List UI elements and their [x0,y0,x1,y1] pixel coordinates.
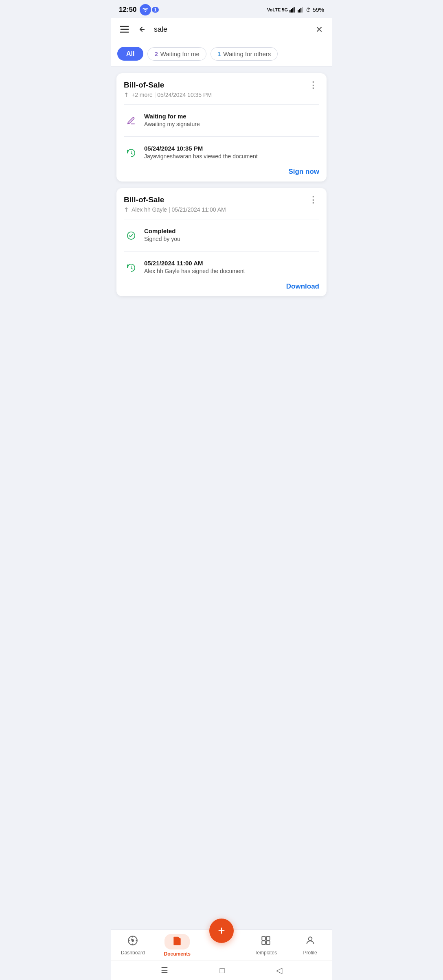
card-1-subtitle: ↗ +2 more | 05/24/2024 10:35 PM [124,91,319,98]
card-1-title: Bill-of-Sale [124,81,164,90]
document-card-2: Bill-of-Sale ⋮ ↗ Alex hh Gayle | 05/21/2… [116,188,327,296]
card-2-row-history-text: 05/21/2024 11:00 AM Alex hh Gayle has si… [144,260,245,274]
tab-waiting-for-others[interactable]: 1 Waiting for others [211,47,278,61]
check-circle-icon [124,228,138,243]
network-label: VoLTE 5G [267,7,288,12]
clock-icon-1 [124,146,138,160]
search-input[interactable] [154,25,308,34]
card-2-more-button[interactable]: ⋮ [307,195,319,204]
svg-rect-5 [299,9,300,13]
battery-icon: ⏱ [306,7,311,13]
menu-button[interactable] [118,24,130,35]
svg-rect-1 [291,9,292,13]
clock-icon-2 [124,260,138,275]
sign-now-button[interactable]: Sign now [288,168,319,176]
svg-rect-0 [289,10,291,13]
card-2-subtitle: ↗ Alex hh Gayle | 05/21/2024 11:00 AM [124,206,319,213]
card-1-row-waiting: Waiting for me Awaiting my signature [124,109,319,132]
download-button[interactable]: Download [286,282,319,291]
card-2-row-completed: Completed Signed by you [124,223,319,247]
arrow-icon: ↗ [122,90,131,99]
status-bar: 12:50 1 VoLTE 5G ⏱ 59% [111,0,332,18]
filter-tabs: All 2 Waiting for me 1 Waiting for other… [111,41,332,67]
card-1-row-history-text: 05/24/2024 10:35 PM Jayavigneshwaran has… [144,145,258,160]
svg-rect-6 [300,8,302,13]
card-1-more-button[interactable]: ⋮ [307,81,319,90]
documents-list: Bill-of-Sale ⋮ ↗ +2 more | 05/24/2024 10… [111,67,332,346]
signal-icon [289,7,296,13]
notification-count: 1 [152,7,158,13]
wifi-indicator [140,4,151,15]
battery-level: 59% [313,7,324,13]
arrow-icon-2: ↗ [122,205,131,214]
status-icons: VoLTE 5G ⏱ 59% [267,7,324,13]
card-2-row-completed-text: Completed Signed by you [144,228,180,242]
pen-icon [124,114,138,128]
signal-icon-2 [298,7,304,13]
tab-waiting-for-me[interactable]: 2 Waiting for me [147,47,206,61]
clear-search-button[interactable] [314,24,325,35]
back-button[interactable] [136,24,148,35]
card-2-title: Bill-of-Sale [124,195,164,204]
tab-all[interactable]: All [117,47,143,61]
svg-rect-4 [298,10,299,13]
card-1-row-history: 05/24/2024 10:35 PM Jayavigneshwaran has… [124,141,319,164]
svg-rect-7 [302,7,303,13]
document-card-1: Bill-of-Sale ⋮ ↗ +2 more | 05/24/2024 10… [116,73,327,182]
card-2-row-history: 05/21/2024 11:00 AM Alex hh Gayle has si… [124,256,319,279]
search-bar [111,18,332,41]
svg-rect-2 [292,8,294,13]
status-time: 12:50 [119,6,136,14]
card-1-row-waiting-text: Waiting for me Awaiting my signature [144,113,200,127]
svg-rect-3 [294,7,295,13]
